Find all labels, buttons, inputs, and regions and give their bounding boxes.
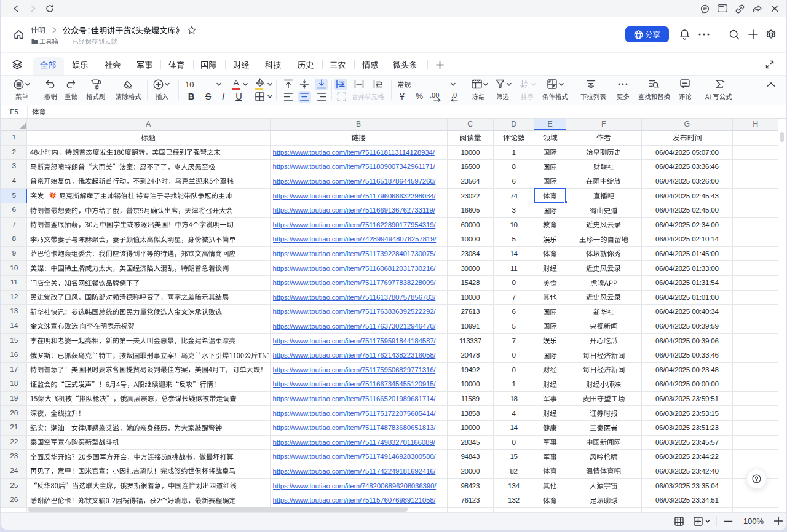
- svg-text:Z: Z: [524, 85, 528, 89]
- svg-text:A: A: [524, 80, 528, 84]
